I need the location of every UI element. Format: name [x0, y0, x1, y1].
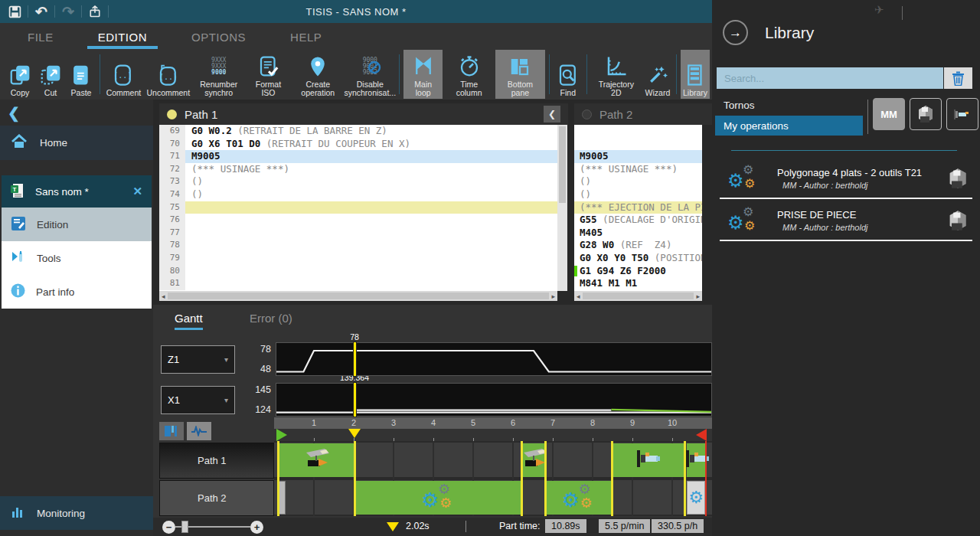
- code-line[interactable]: 77: [159, 227, 557, 240]
- synchronisation-line[interactable]: [544, 441, 547, 516]
- gantt-end-line[interactable]: [705, 441, 707, 516]
- zoom-out-icon[interactable]: −: [162, 521, 175, 534]
- code-line[interactable]: 76: [159, 214, 557, 227]
- slider-track[interactable]: [175, 526, 250, 528]
- menu-options[interactable]: OPTIONS: [181, 26, 256, 49]
- slider-thumb[interactable]: [181, 521, 188, 533]
- toolbar-create-operation-button[interactable]: Create operation: [292, 50, 343, 99]
- time-cursor-line[interactable]: [354, 383, 356, 417]
- scroll-left-icon[interactable]: ◂: [162, 293, 165, 300]
- toolbar-cut-button[interactable]: Cut: [36, 50, 65, 99]
- toolbar-comment-button[interactable]: (..)Comment: [104, 50, 143, 99]
- code-line[interactable]: [574, 138, 702, 151]
- gantt-view-button[interactable]: [159, 422, 184, 440]
- code-line[interactable]: (): [574, 188, 702, 201]
- menu-file[interactable]: FILE: [17, 26, 64, 49]
- toolbar-paste-button[interactable]: Paste: [67, 50, 96, 99]
- gantt-bar-path1[interactable]: [612, 443, 684, 477]
- gantt-bar-path1[interactable]: [278, 443, 354, 477]
- code-line[interactable]: 71M9005: [159, 150, 557, 163]
- gantt-row-label-path2[interactable]: Path 2: [159, 480, 274, 516]
- zoom-in-icon[interactable]: +: [250, 521, 263, 534]
- sidebar-item-monitoring[interactable]: Monitoring: [0, 496, 153, 530]
- code-line[interactable]: [574, 125, 702, 138]
- code-line[interactable]: 78: [159, 239, 557, 252]
- synchronisation-line[interactable]: [521, 441, 523, 516]
- code-line[interactable]: G0 X0 Y0 T50 (POSITION: [574, 252, 702, 265]
- sidebar-item-part-info[interactable]: Part info: [2, 275, 152, 309]
- clear-search-button[interactable]: [944, 67, 972, 89]
- code-line[interactable]: 69G0 W0.2 (RETRAIT DE LA BARRE EN Z): [159, 125, 557, 138]
- toolbar-bottom-pane-button[interactable]: Bottom pane: [495, 50, 545, 99]
- code-line[interactable]: M405: [574, 227, 702, 240]
- sidebar-item-edition[interactable]: Edition: [2, 208, 152, 241]
- toolbar-format-iso-button[interactable]: Format ISO: [246, 50, 292, 99]
- close-icon[interactable]: ✕: [132, 185, 142, 198]
- code-line[interactable]: 75: [159, 201, 557, 214]
- code-line[interactable]: 73(): [159, 175, 557, 188]
- path1-code-area[interactable]: 69G0 W0.2 (RETRAIT DE LA BARRE EN Z)70G0…: [159, 125, 557, 291]
- menu-edition[interactable]: EDITION: [87, 26, 158, 49]
- scroll-left-icon[interactable]: ◂: [577, 293, 580, 300]
- path2-code-area[interactable]: M9005(*** USINAGE ***)()()(*** EJECTION …: [574, 125, 702, 291]
- path1-vertical-scrollbar[interactable]: [557, 125, 567, 291]
- operation-list-item[interactable]: ⚙⚙⚙Polygonage 4 plats - 2 outils T21MM -…: [720, 161, 972, 199]
- channel-select-z1[interactable]: Z1▾: [161, 345, 235, 374]
- gantt-bar-path2[interactable]: ⚙: [687, 481, 705, 515]
- toolbar-uncomment-button[interactable]: (..)Uncomment: [145, 50, 192, 99]
- gantt-end-marker-icon[interactable]: [696, 429, 707, 441]
- code-line[interactable]: G28 W0 (REF Z4): [574, 239, 702, 252]
- path2-horizontal-scrollbar[interactable]: ◂▸: [574, 291, 702, 301]
- toolbar-trajectory-2d-button[interactable]: Trajectory 2D: [591, 50, 642, 99]
- tab-gantt[interactable]: Gantt: [175, 312, 203, 330]
- signal-view-button[interactable]: [187, 422, 211, 440]
- toolbar-library-button[interactable]: Library: [681, 50, 710, 99]
- tab-error[interactable]: Error (0): [250, 312, 292, 325]
- toolbar-renumber-synchro-button[interactable]: 9XXX9XXX9000Renumber synchro: [194, 50, 244, 99]
- scrollbar-thumb[interactable]: [559, 126, 566, 203]
- code-line[interactable]: G55 (DECALAGE D'ORIGIN: [574, 214, 702, 227]
- airplane-icon[interactable]: ✈: [874, 3, 884, 17]
- tab-tornos[interactable]: Tornos: [724, 100, 755, 111]
- toolbar-find-button[interactable]: Find: [554, 50, 583, 99]
- toolbar-time-column-button[interactable]: Time column: [444, 50, 494, 99]
- code-line[interactable]: 72(*** USINAGE ***): [159, 163, 557, 176]
- time-cursor-line[interactable]: [354, 342, 356, 376]
- synchronisation-line[interactable]: [354, 441, 356, 516]
- code-line[interactable]: 79: [159, 252, 557, 265]
- code-line[interactable]: 80: [159, 265, 557, 278]
- gantt-start-marker-icon[interactable]: [276, 429, 287, 441]
- zoom-slider[interactable]: − +: [162, 521, 263, 534]
- toolbar-disable-synchronisat-button[interactable]: 900090019002Disable synchronisat...: [345, 50, 395, 99]
- menu-help[interactable]: HELP: [279, 26, 332, 49]
- code-line[interactable]: (*** USINAGE ***): [574, 163, 702, 176]
- code-line[interactable]: 74(): [159, 188, 557, 201]
- toolbar-wizard-button[interactable]: Wizard: [643, 50, 672, 99]
- code-line[interactable]: 81: [159, 277, 557, 290]
- gantt-bar-path1[interactable]: [521, 443, 545, 477]
- path1-horizontal-scrollbar[interactable]: ◂▸: [159, 291, 557, 301]
- unit-mm-button[interactable]: MM: [873, 98, 905, 130]
- search-input[interactable]: [717, 67, 943, 89]
- code-line[interactable]: M9005: [574, 150, 702, 163]
- synchronisation-line[interactable]: [611, 441, 613, 516]
- sidebar-collapse-button[interactable]: ❮: [0, 100, 153, 126]
- scroll-right-icon[interactable]: ▸: [551, 293, 555, 300]
- code-line[interactable]: G1 G94 Z6 F2000: [574, 265, 702, 278]
- gantt-bar-path2[interactable]: ⚙⚙⚙: [545, 481, 612, 515]
- scrollbar-thumb[interactable]: [583, 293, 694, 299]
- gantt-row-label-path1[interactable]: Path 1: [159, 443, 274, 479]
- synchronisation-line[interactable]: [684, 441, 686, 516]
- operation-list-item[interactable]: ⚙⚙⚙PRISE DE PIECEMM - Author : bertholdj: [720, 203, 972, 241]
- code-line[interactable]: (*** EJECTION DE LA PI: [574, 201, 702, 214]
- synchronisation-line[interactable]: [277, 441, 279, 516]
- toolbar-main-loop-button[interactable]: Main loop: [403, 50, 443, 99]
- tab-my-operations[interactable]: My operations: [715, 116, 863, 136]
- code-line[interactable]: 70G0 X6 T01 D0 (RETRAIT DU COUPEUR EN X): [159, 138, 557, 151]
- channel-select-x1[interactable]: X1▾: [161, 386, 235, 414]
- scroll-right-icon[interactable]: ▸: [696, 293, 700, 300]
- timeline-marker-band[interactable]: [274, 429, 712, 441]
- machine-filter-button[interactable]: [910, 98, 942, 130]
- sidebar-item-tools[interactable]: Tools: [2, 241, 152, 275]
- collapse-panel-button[interactable]: ❮: [544, 106, 560, 123]
